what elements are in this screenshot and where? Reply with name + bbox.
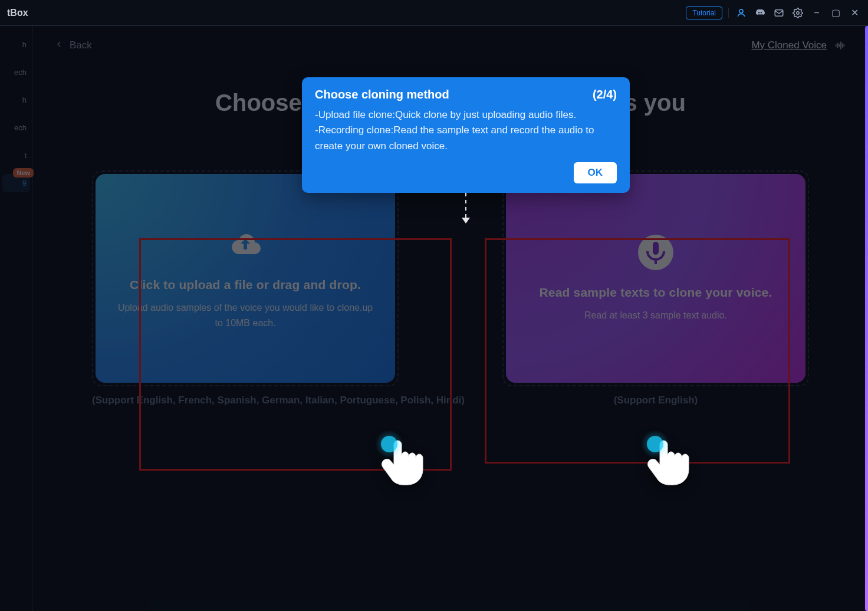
svg-point-2 <box>797 11 800 14</box>
hand-pointer-upload <box>373 432 429 489</box>
popover-header: Choose cloning method (2/4) <box>315 88 617 101</box>
mail-icon[interactable] <box>772 6 785 19</box>
popover-body: -Upload file clone:Quick clone by just u… <box>315 107 617 154</box>
click-pulse-icon <box>381 436 397 452</box>
popover-line2: -Recording clone:Read the sample text an… <box>315 123 617 154</box>
divider <box>728 8 729 18</box>
header-right: Tutorial − ▢ ✕ <box>686 6 861 19</box>
hand-pointer-record <box>639 432 695 489</box>
tutorial-button[interactable]: Tutorial <box>686 6 722 19</box>
app-title: tBox <box>7 8 28 18</box>
popover-title: Choose cloning method <box>315 88 449 101</box>
svg-point-0 <box>739 9 743 13</box>
scrollbar-right[interactable] <box>865 26 868 611</box>
discord-icon[interactable] <box>754 6 767 19</box>
click-pulse-icon <box>647 436 663 452</box>
popover-arrow-icon <box>465 193 466 219</box>
popover-step: (2/4) <box>593 88 617 101</box>
popover-line1: -Upload file clone:Quick clone by just u… <box>315 107 617 123</box>
window-close[interactable]: ✕ <box>848 6 861 19</box>
onboarding-popover: Choose cloning method (2/4) -Upload file… <box>302 77 630 193</box>
app-title-text: tBox <box>7 8 28 18</box>
account-icon[interactable] <box>735 6 748 19</box>
popover-ok-button[interactable]: OK <box>574 162 617 183</box>
window-maximize[interactable]: ▢ <box>829 6 842 19</box>
gear-icon[interactable] <box>791 6 804 19</box>
app-header: tBox Tutorial − ▢ ✕ <box>0 0 868 26</box>
window-minimize[interactable]: − <box>810 6 823 19</box>
